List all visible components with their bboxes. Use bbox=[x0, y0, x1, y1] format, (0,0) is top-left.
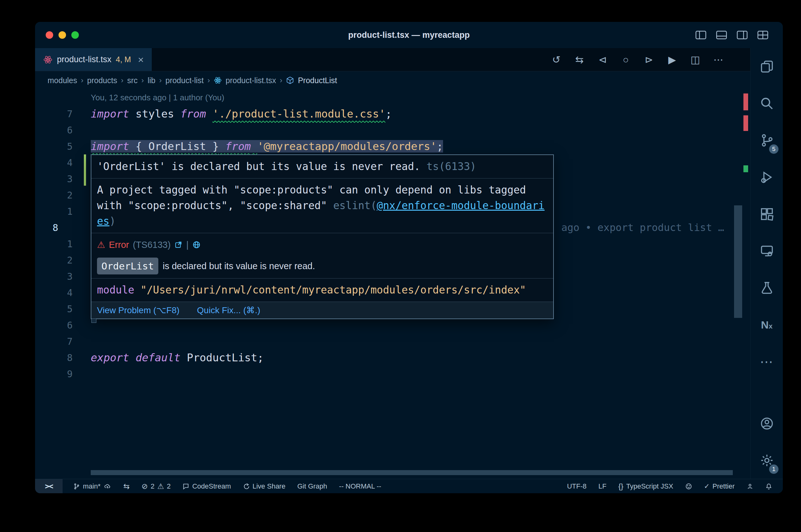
remote-explorer-icon[interactable] bbox=[751, 232, 783, 269]
navigate-back-icon[interactable]: ⊲ bbox=[596, 54, 609, 65]
globe-icon[interactable] bbox=[193, 241, 201, 249]
breadcrumb-file[interactable]: product-list.tsx bbox=[225, 76, 276, 85]
line-number: 3 bbox=[35, 271, 73, 282]
remote-indicator[interactable]: >< bbox=[35, 479, 62, 493]
tab-product-list[interactable]: product-list.tsx 4, M × bbox=[35, 48, 152, 71]
person-feedback-icon[interactable] bbox=[747, 483, 753, 490]
react-icon bbox=[43, 55, 53, 64]
code-row[interactable]: 8export default ProductList; bbox=[35, 349, 750, 366]
popup-resize-grip[interactable] bbox=[91, 319, 96, 323]
language-mode-item[interactable]: {} TypeScript JSX bbox=[618, 482, 673, 491]
symbol-cube-icon bbox=[286, 76, 294, 84]
vertical-scrollbar[interactable] bbox=[734, 205, 742, 318]
activity-bar: 5 Nx ⋯ 1 bbox=[750, 48, 783, 479]
quick-fix-link[interactable]: Quick Fix... (⌘.) bbox=[197, 305, 260, 316]
source-control-badge: 5 bbox=[769, 145, 779, 154]
diagnostic-message: A project tagged with "scope:products" c… bbox=[91, 178, 553, 233]
breadcrumb-separator: › bbox=[81, 76, 84, 85]
code-row[interactable]: 5import { OrderList } from '@myreactapp/… bbox=[35, 138, 750, 154]
line-number: 4 bbox=[35, 287, 73, 298]
code-row[interactable]: 6 bbox=[35, 122, 750, 138]
search-icon[interactable] bbox=[751, 85, 783, 122]
line-number: 3 bbox=[35, 173, 73, 185]
warning-triangle-icon: ⚠ bbox=[97, 237, 105, 252]
horizontal-scrollbar[interactable] bbox=[91, 470, 733, 475]
breadcrumb-item[interactable]: products bbox=[87, 76, 117, 85]
extensions-icon[interactable] bbox=[751, 196, 783, 232]
run-and-debug-icon[interactable] bbox=[751, 159, 783, 196]
error-details: ⚠ Error (TS6133) | OrderList is declared… bbox=[91, 233, 553, 278]
settings-badge: 1 bbox=[769, 464, 779, 474]
breadcrumb-separator: › bbox=[280, 76, 282, 85]
open-changes-icon[interactable]: ⇆ bbox=[572, 54, 586, 65]
breadcrumb-symbol[interactable]: ProductList bbox=[298, 76, 337, 85]
navigate-forward-icon[interactable]: ⊳ bbox=[642, 54, 656, 65]
more-actions-icon[interactable]: ⋯ bbox=[711, 54, 725, 65]
git-graph-item[interactable]: Git Graph bbox=[297, 482, 327, 490]
breadcrumb-separator: › bbox=[159, 76, 162, 85]
title-bar: product-list.tsx — myreactapp bbox=[35, 22, 783, 48]
code-row[interactable]: 9 bbox=[35, 366, 750, 382]
tab-bar: product-list.tsx 4, M × ↺ ⇆ ⊲ ○ ⊳ ▶ ◫ ⋯ bbox=[35, 48, 750, 71]
breadcrumb-item[interactable]: modules bbox=[48, 76, 77, 85]
hover-diagnostics-popup: 'OrderList' is declared but its value is… bbox=[91, 154, 554, 319]
timeline-history-icon[interactable]: ↺ bbox=[549, 54, 563, 65]
accounts-icon[interactable] bbox=[751, 405, 783, 442]
code-row[interactable]: 7 bbox=[35, 333, 750, 349]
view-problem-link[interactable]: View Problem (⌥F8) bbox=[97, 305, 180, 316]
overview-ruler-error-mark bbox=[743, 115, 748, 131]
prettier-item[interactable]: ✓ Prettier bbox=[704, 482, 735, 490]
share-icon bbox=[243, 483, 250, 490]
external-link-icon[interactable] bbox=[174, 241, 182, 249]
gitlens-codelens[interactable]: You, 12 seconds ago | 1 author (You) bbox=[35, 89, 750, 106]
overview-ruler-change-mark bbox=[743, 165, 748, 172]
line-number: 6 bbox=[35, 125, 73, 136]
editor-layout-icon[interactable] bbox=[757, 31, 768, 39]
breadcrumb-item[interactable]: src bbox=[127, 76, 138, 85]
outline-circle-icon[interactable]: ○ bbox=[619, 54, 633, 65]
status-bar: >< main* ⇆ ⊘ 2 ⚠ 2 CodeStream Live Share bbox=[35, 479, 783, 493]
editor-actions: ↺ ⇆ ⊲ ○ ⊳ ▶ ◫ ⋯ bbox=[549, 48, 725, 71]
line-number: 6 bbox=[35, 320, 73, 331]
code-editor[interactable]: You, 12 seconds ago | 1 author (You) 7im… bbox=[35, 89, 750, 479]
gutter-change-indicator bbox=[84, 154, 86, 186]
warning-triangle-icon: ⚠ bbox=[158, 482, 164, 491]
branch-compare-icon[interactable]: ⇆ bbox=[123, 482, 129, 491]
nx-console-icon[interactable]: Nx bbox=[751, 306, 783, 343]
feedback-smiley-icon[interactable] bbox=[685, 483, 692, 490]
cloud-upload-icon bbox=[103, 483, 111, 490]
vscode-window: product-list.tsx — myreactapp product-li… bbox=[35, 22, 783, 493]
git-branch-item[interactable]: main* bbox=[73, 482, 111, 490]
additional-views-icon[interactable]: ⋯ bbox=[751, 343, 783, 380]
run-file-icon[interactable]: ▶ bbox=[665, 54, 679, 65]
notifications-bell-icon[interactable] bbox=[765, 483, 772, 490]
explorer-icon[interactable] bbox=[751, 48, 783, 85]
toggle-panel-icon[interactable] bbox=[716, 31, 727, 39]
diagnostic-code: ts(6133) bbox=[426, 160, 476, 173]
line-number: 5 bbox=[35, 141, 73, 152]
codestream-item[interactable]: CodeStream bbox=[182, 482, 231, 490]
breadcrumb-item[interactable]: product-list bbox=[165, 76, 204, 85]
comment-bubble-icon bbox=[182, 483, 189, 490]
toggle-sidebar-left-icon[interactable] bbox=[695, 31, 707, 39]
settings-gear-icon[interactable]: 1 bbox=[751, 442, 783, 479]
code-row[interactable]: 7import styles from './product-list.modu… bbox=[35, 106, 750, 122]
problems-item[interactable]: ⊘ 2 ⚠ 2 bbox=[142, 482, 170, 491]
split-editor-icon[interactable]: ◫ bbox=[688, 54, 702, 65]
tab-close-icon[interactable]: × bbox=[138, 55, 144, 65]
breadcrumb-item[interactable]: lib bbox=[148, 76, 156, 85]
encoding-item[interactable]: UTF-8 bbox=[567, 482, 586, 490]
live-share-item[interactable]: Live Share bbox=[243, 482, 285, 490]
toggle-sidebar-right-icon[interactable] bbox=[736, 31, 748, 39]
testing-beaker-icon[interactable] bbox=[751, 269, 783, 306]
source-control-icon[interactable]: 5 bbox=[751, 122, 783, 159]
code-line: import styles from './product-list.modul… bbox=[91, 108, 392, 120]
breadcrumb-separator: › bbox=[121, 76, 123, 85]
code-row[interactable]: 6 bbox=[35, 317, 750, 333]
diagnostic-message: 'OrderList' is declared but its value is… bbox=[91, 155, 553, 178]
hover-actions: View Problem (⌥F8) Quick Fix... (⌘.) bbox=[91, 302, 553, 319]
eol-item[interactable]: LF bbox=[599, 482, 607, 490]
breadcrumb: modules › products › src › lib › product… bbox=[35, 71, 750, 89]
tab-dirty-badge: 4, M bbox=[116, 55, 131, 64]
line-number: 5 bbox=[35, 304, 73, 315]
